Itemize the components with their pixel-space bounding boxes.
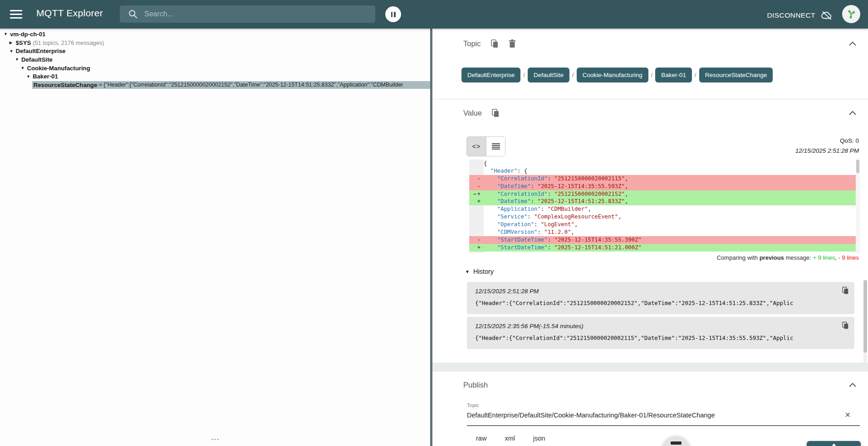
collapse-publish-icon[interactable] [849,383,856,387]
resize-handle-icon[interactable] [212,439,219,440]
collapsed-arrow-icon[interactable]: ▶ [10,40,16,45]
pause-button[interactable] [385,6,401,22]
json-punct: : [531,183,538,189]
clear-topic-icon[interactable]: ✕ [845,411,851,419]
history-section-header[interactable]: ▼ History [465,268,494,275]
topic-chip[interactable]: Cookie-Manufacturing [577,68,648,82]
tree-item[interactable]: ResourceStateChange = {"Header":{"Correl… [0,81,430,89]
disconnect-label: DISCONNECT [767,11,815,19]
json-punct: : [548,244,554,251]
expanded-arrow-icon[interactable]: ▼ [21,66,27,70]
tree-item[interactable]: ▼DefaultSite [0,55,430,64]
tree-item[interactable]: ▼vm-dp-ch-01 [0,30,430,39]
json-punct: , [618,213,621,220]
change-arrow-icon: ⇝ [473,190,476,198]
tree-item[interactable]: ▼DefaultEnterprise [0,47,430,55]
tree-item[interactable]: ▼Cookie-Manufacturing [0,64,430,73]
format-tab-raw[interactable]: raw [475,432,487,445]
history-scrollbar[interactable] [863,280,867,363]
expanded-arrow-icon[interactable]: ▼ [10,49,16,53]
diff-gutter [469,205,484,213]
json-value: "2512150000020002152" [554,191,625,197]
detail-pane: Topic DefaultEnterprise/DefaultSite/Cook… [432,29,868,446]
publish-topic-input[interactable] [467,412,868,419]
value-section-header: Value [463,109,500,117]
input-underline [467,425,860,426]
list-icon [492,143,500,150]
diff-viewer[interactable]: { "Header": {- "CorrelationId": "2512150… [469,160,860,253]
lines-icon [671,441,682,445]
tree-item-label: DefaultSite [21,56,53,63]
format-tab-xml[interactable]: xml [504,432,516,445]
search-box[interactable] [120,5,375,23]
json-punct: : [548,175,554,182]
json-punct: : [548,191,554,197]
expanded-arrow-icon[interactable]: ▼ [4,32,10,36]
diff-code-text: "Operation": "LogEvent", [484,221,860,228]
json-key: "Operation" [497,221,534,228]
json-key: "CorrelationId" [497,191,548,197]
copy-icon[interactable] [491,39,499,48]
history-timestamp: 12/15/2025 2:35:56 PM(-15.54 minutes) [475,323,846,330]
diff-gutter: - [469,183,484,190]
search-input[interactable] [144,10,375,18]
copy-icon[interactable] [492,109,500,117]
history-entry[interactable]: 12/15/2025 2:35:56 PM(-15.54 minutes){"H… [467,317,854,349]
diff-gutter [469,160,484,167]
diff-code-text: "DateTime": "2025-12-15T14:51:25.833Z", [484,198,860,205]
cloud-off-icon [821,10,833,21]
copy-icon[interactable] [842,286,849,295]
send-icon [830,443,838,446]
json-punct: , [625,183,628,189]
added-marker: + [477,244,481,252]
diff-scrollbar[interactable] [856,160,860,253]
menu-icon[interactable] [10,10,22,19]
copy-icon[interactable] [842,321,849,330]
diff-code-text: "DateTime": "2025-12-15T14:35:55.593Z", [484,183,860,190]
json-value: "LogEvent" [541,221,574,228]
tree-item-stats: (51 topics, 2176 messages) [33,39,104,46]
json-punct [484,213,497,220]
diff-view-toggle[interactable]: <> [467,137,486,156]
topic-breadcrumb: DefaultEnterprise/DefaultSite/Cookie-Man… [461,68,773,82]
tree-item[interactable]: ▼Baker-01 [0,72,430,81]
json-punct [484,206,497,212]
diff-code-text: "Header": { [484,167,860,175]
tree-item-label: DefaultEnterprise [16,48,66,54]
expanded-arrow-icon[interactable]: ▼ [26,74,33,79]
collapse-value-icon[interactable] [849,111,856,115]
diff-line: - "CorrelationId": "2512150000020002115"… [469,175,860,183]
json-value: "2512150000020002115" [554,175,625,182]
disconnect-button[interactable]: DISCONNECT [767,10,833,21]
diff-code-text: "CorrelationId": "2512150000020002152", [484,190,860,198]
fab-button[interactable] [663,436,689,446]
diff-gutter: - [469,175,484,183]
topic-chip[interactable]: DefaultSite [528,68,569,82]
delete-icon[interactable] [509,39,516,48]
json-value: "2025-12-15T14:51:21.000Z" [554,244,642,251]
publish-button[interactable] [807,441,861,446]
lines-added: + 9 lines [813,254,835,261]
json-punct: , [571,229,574,235]
topic-chip[interactable]: DefaultEnterprise [461,68,520,82]
diff-code-text: "StartDateTime": "2025-12-15T14:51:21.00… [484,244,860,252]
raw-view-toggle[interactable] [486,137,505,156]
json-punct: : [541,206,548,212]
diff-line: "Service": "ComplexLogResourceEvent", [469,213,860,221]
diff-code-text: "Application": "CDMBuilder", [484,205,860,213]
json-key: "Header" [490,168,517,174]
publish-section-header: Publish [463,381,488,389]
collapse-topic-icon[interactable] [849,41,856,46]
topic-chip[interactable]: Baker-01 [655,68,692,82]
avatar[interactable] [842,5,860,23]
diff-line: ⇝+ "CorrelationId": "2512150000020002152… [469,190,860,198]
expanded-arrow-icon[interactable]: ▼ [15,57,21,62]
history-entry[interactable]: 12/15/2025 2:51:28 PM{"Header":{"Correla… [467,282,854,314]
diff-gutter [469,221,484,228]
tree-item-label: $SYS [16,39,31,46]
json-value: "2025-12-15T14:51:25.833Z" [537,198,625,204]
json-punct: , [625,191,628,197]
format-tab-json[interactable]: json [532,432,546,445]
tree-item[interactable]: ▶$SYS(51 topics, 2176 messages) [0,39,430,47]
topic-chip[interactable]: ResourceStateChange [699,68,773,82]
